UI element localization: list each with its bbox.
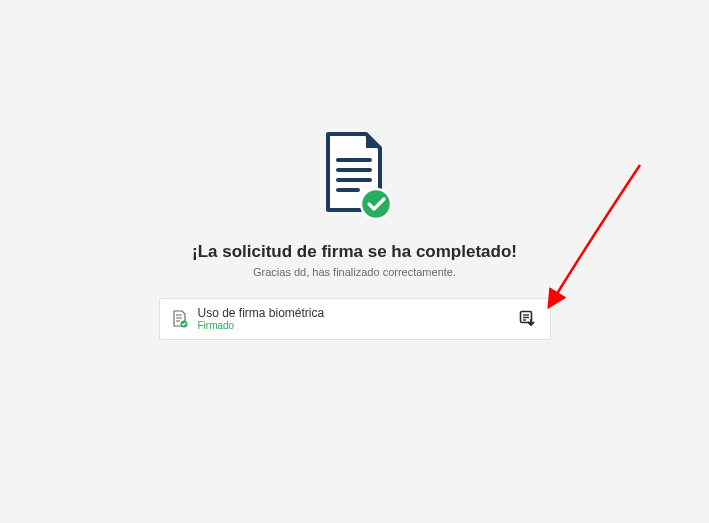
document-card-text: Uso de firma biométrica Firmado <box>198 306 506 332</box>
download-icon <box>519 310 535 329</box>
confirmation-subtitle: Gracias dd, has finalizado correctamente… <box>253 266 456 278</box>
document-signed-icon <box>316 130 394 224</box>
confirmation-block: ¡La solicitud de firma se ha completado!… <box>159 130 551 340</box>
confirmation-title: ¡La solicitud de firma se ha completado! <box>192 242 517 262</box>
document-card: Uso de firma biométrica Firmado <box>159 298 551 340</box>
document-name: Uso de firma biométrica <box>198 306 506 320</box>
svg-point-8 <box>180 321 187 328</box>
document-list-icon <box>172 310 188 328</box>
svg-point-4 <box>361 189 391 219</box>
download-button[interactable] <box>516 308 538 330</box>
document-status: Firmado <box>198 320 506 332</box>
